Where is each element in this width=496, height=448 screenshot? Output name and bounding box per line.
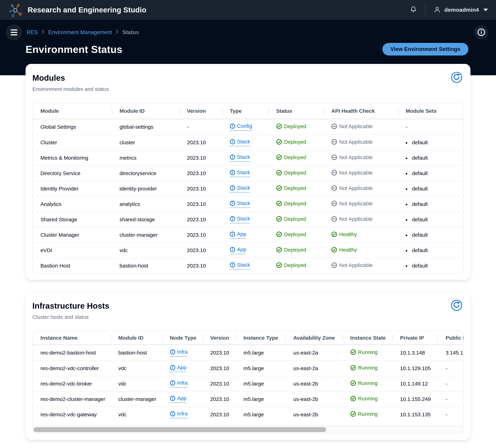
breadcrumb-res[interactable]: RES xyxy=(27,29,38,35)
bullet-icon xyxy=(406,158,407,159)
module-type-link[interactable]: Stack xyxy=(230,262,250,270)
node-type-cell: Infra xyxy=(162,349,202,357)
column-header-node-type: Node Type xyxy=(162,335,202,341)
module-type-link[interactable]: Stack xyxy=(230,154,250,162)
node-type-link[interactable]: Infra xyxy=(170,380,188,388)
module-id: metrics xyxy=(112,155,179,161)
node-type-cell: App xyxy=(162,365,202,372)
module-type-link[interactable]: App xyxy=(230,246,246,254)
status-positive-icon xyxy=(276,154,282,160)
status-positive-icon xyxy=(350,411,356,417)
breadcrumb: RES Environment Management Status xyxy=(27,29,139,35)
notifications-button[interactable] xyxy=(409,6,418,14)
column-header-module-id: Module ID xyxy=(112,108,179,114)
module-type-link[interactable]: App xyxy=(230,231,246,239)
breadcrumb-environment-management[interactable]: Environment Management xyxy=(48,29,112,35)
modules-title: Modules xyxy=(32,73,464,83)
info-icon xyxy=(170,411,175,416)
bullet-icon xyxy=(406,250,407,252)
side-nav-toggle-button[interactable] xyxy=(6,24,22,40)
module-id: cluster-manager xyxy=(112,232,179,238)
module-version: 2023.10 xyxy=(179,201,222,207)
module-version: 2023.10 xyxy=(179,186,222,192)
info-icon xyxy=(477,28,485,37)
instance-state-badge: Running xyxy=(350,411,378,417)
info-icon xyxy=(230,139,235,144)
module-type-link[interactable]: Stack xyxy=(230,200,250,208)
column-header-public-ip: Public IP xyxy=(438,335,464,341)
bullet-icon xyxy=(406,188,407,190)
module-status-badge: Deployed xyxy=(276,139,306,145)
column-header-module: Module xyxy=(33,108,112,114)
module-status-badge: Deployed xyxy=(276,185,306,191)
availability-zone: us-east-2b xyxy=(286,412,342,417)
public-ip: - xyxy=(438,381,464,387)
instance-type: m5.large xyxy=(236,365,286,371)
api-health-badge: Not Applicable xyxy=(331,201,373,207)
info-icon xyxy=(230,216,235,222)
module-sets-cell: default xyxy=(398,201,464,207)
host-module-id: vdc xyxy=(111,381,162,387)
hamburger-icon xyxy=(11,29,17,31)
topbar-divider xyxy=(425,5,425,15)
module-id: vdc xyxy=(112,247,179,253)
api-health-badge: Not Applicable xyxy=(331,262,373,268)
user-icon xyxy=(433,6,441,14)
api-health-cell: Healthy xyxy=(324,247,398,254)
info-icon xyxy=(230,262,235,268)
modules-subtitle: Environment modules and status xyxy=(32,86,464,92)
modules-table-header: ModuleModule IDVersionTypeStatusAPI Heal… xyxy=(33,103,464,119)
module-row: Global Settingsglobal-settings- Config D… xyxy=(33,119,464,135)
hosts-refresh-button[interactable] xyxy=(451,300,462,311)
module-id: global-settings xyxy=(112,124,179,130)
module-type-link[interactable]: Stack xyxy=(230,185,250,192)
module-status-cell: Deployed xyxy=(268,216,324,223)
status-positive-icon xyxy=(350,349,356,355)
node-type-link[interactable]: App xyxy=(170,395,186,403)
caret-down-icon xyxy=(483,9,488,11)
bullet-icon xyxy=(406,204,407,205)
modules-refresh-button[interactable] xyxy=(451,72,462,83)
column-header-instance-name: Instance Name xyxy=(33,335,111,341)
node-type-link[interactable]: Infra xyxy=(170,349,188,357)
module-type-link[interactable]: Config xyxy=(230,123,252,131)
module-type-cell: Stack xyxy=(222,154,268,162)
module-row: Shared Storageshared-storage2023.10 Stac… xyxy=(33,212,464,227)
module-type-link[interactable]: Stack xyxy=(230,169,250,177)
page-info-button[interactable] xyxy=(474,25,488,39)
api-health-badge: Not Applicable xyxy=(331,185,373,191)
module-type-link[interactable]: Stack xyxy=(230,139,250,146)
node-type-link[interactable]: Infra xyxy=(170,411,188,418)
module-type-cell: App xyxy=(222,231,268,239)
main-content: Modules Environment modules and status M… xyxy=(0,64,496,440)
module-name: Cluster Manager xyxy=(33,232,112,238)
host-version: 2023.10 xyxy=(202,396,236,402)
module-sets-cell: default xyxy=(398,217,464,223)
breadcrumb-status: Status xyxy=(122,29,139,35)
module-type-link[interactable]: Stack xyxy=(230,216,250,224)
api-health-cell: Not Applicable xyxy=(324,262,398,270)
module-type-cell: App xyxy=(222,246,268,254)
bullet-icon xyxy=(406,173,407,175)
column-header-module-sets: Module Sets xyxy=(398,108,464,114)
node-type-link[interactable]: App xyxy=(170,365,186,372)
refresh-icon xyxy=(451,81,462,84)
module-status-badge: Deployed xyxy=(276,170,306,176)
top-app-bar: Research and Engineering Studio demoadmi… xyxy=(0,0,496,20)
view-environment-settings-button[interactable]: View Environment Settings xyxy=(382,43,468,55)
user-menu[interactable]: demoadmin4 xyxy=(433,6,488,14)
status-positive-icon xyxy=(276,201,282,207)
horizontal-scrollbar-thumb[interactable] xyxy=(33,427,326,432)
module-sets-cell: default xyxy=(398,170,464,176)
private-ip: 10.1.129.105 xyxy=(392,365,438,371)
info-icon xyxy=(230,123,235,129)
module-status-badge: Deployed xyxy=(276,154,306,160)
status-positive-icon xyxy=(276,262,282,268)
info-icon xyxy=(230,247,235,252)
module-status-badge: Deployed xyxy=(276,201,306,207)
modules-table-body: Global Settingsglobal-settings- Config D… xyxy=(33,119,464,273)
module-type-cell: Config xyxy=(222,123,268,131)
module-row: Clustercluster2023.10 Stack Deployed Not… xyxy=(33,135,464,150)
module-type-cell: Stack xyxy=(222,169,268,177)
module-status-badge: Deployed xyxy=(276,262,306,268)
